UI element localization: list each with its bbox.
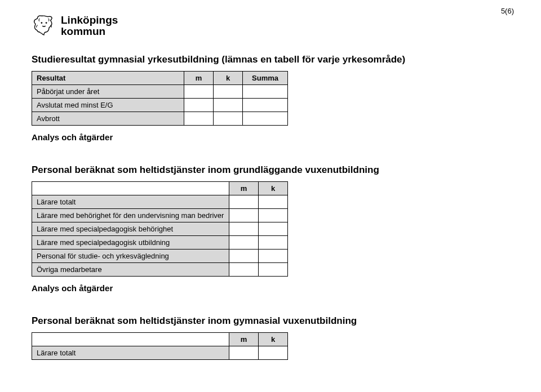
row-label: Lärare med specialpedagogisk behörighet [32,222,229,236]
logo-line2: kommun [61,26,118,37]
cell [229,195,259,209]
cell [259,263,288,277]
table-header-row: m k [32,333,288,346]
cell [229,236,259,250]
header-k: k [214,72,243,85]
row-label: Avbrott [32,112,184,126]
section1-analys: Analys och åtgärder [32,132,514,142]
cell [243,85,288,99]
cell [184,85,214,99]
cell [259,346,288,360]
table-row: Personal för studie- och yrkesvägledning [32,250,288,263]
cell [214,112,243,126]
cell [259,222,288,236]
table-header-row: Resultat m k Summa [32,72,288,85]
cell [229,209,259,222]
cell [184,99,214,112]
table-row: Lärare med specialpedagogisk behörighet [32,222,288,236]
table-row: Lärare med specialpedagogisk utbildning [32,236,288,250]
row-label: Lärare med specialpedagogisk utbildning [32,236,229,250]
cell [229,250,259,263]
svg-point-1 [46,22,47,24]
cell [229,222,259,236]
table-personal-gymnasial: m k Lärare totalt [32,332,288,360]
row-label: Lärare med behörighet för den undervisni… [32,209,229,222]
header-summa: Summa [243,72,288,85]
lion-icon [32,14,56,38]
row-label: Övriga medarbetare [32,263,229,277]
table-row: Övriga medarbetare [32,263,288,277]
cell [229,346,259,360]
table-row: Avbrott [32,112,288,126]
section3-title: Personal beräknat som heltidstjänster in… [32,315,514,327]
table-studieresultat: Resultat m k Summa Påbörjat under året A… [32,71,288,126]
logo-block: Linköpings kommun [32,14,514,38]
row-label: Påbörjat under året [32,85,184,99]
svg-point-0 [41,22,43,24]
cell [259,250,288,263]
section2-analys: Analys och åtgärder [32,283,514,293]
cell [243,112,288,126]
header-blank [32,182,229,195]
row-label: Avslutat med minst E/G [32,99,184,112]
cell [259,236,288,250]
table-row: Lärare totalt [32,346,288,360]
section2-title: Personal beräknat som heltidstjänster in… [32,164,514,176]
table-personal-grundlaggande: m k Lärare totalt Lärare med behörighet … [32,181,288,277]
header-resultat: Resultat [32,72,184,85]
logo-text: Linköpings kommun [61,15,118,37]
row-label: Lärare totalt [32,346,229,360]
table-row: Lärare totalt [32,195,288,209]
table-row: Lärare med behörighet för den undervisni… [32,209,288,222]
header-m: m [229,182,259,195]
cell [259,209,288,222]
table-row: Påbörjat under året [32,85,288,99]
logo-line1: Linköpings [61,15,118,26]
cell [243,99,288,112]
header-k: k [259,333,288,346]
header-m: m [229,333,259,346]
cell [214,99,243,112]
row-label: Lärare totalt [32,195,229,209]
row-label: Personal för studie- och yrkesvägledning [32,250,229,263]
header-blank [32,333,229,346]
table-header-row: m k [32,182,288,195]
cell [214,85,243,99]
page-number: 5(6) [501,7,514,15]
cell [184,112,214,126]
section1-title: Studieresultat gymnasial yrkesutbildning… [32,54,514,65]
table-row: Avslutat med minst E/G [32,99,288,112]
cell [229,263,259,277]
header-m: m [184,72,214,85]
header-k: k [259,182,288,195]
cell [259,195,288,209]
